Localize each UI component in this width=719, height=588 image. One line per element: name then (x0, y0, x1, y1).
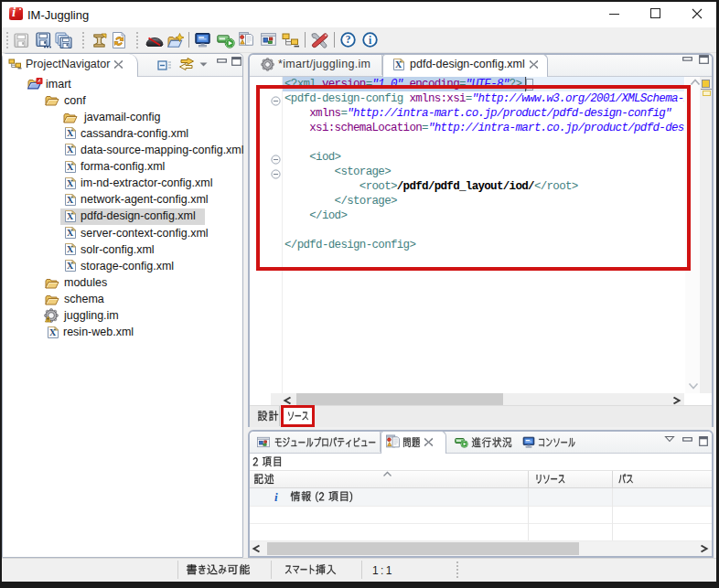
svg-text:X: X (67, 178, 74, 188)
svg-text:X: X (67, 244, 74, 254)
svg-text:X: X (67, 162, 74, 172)
svg-text:X: X (67, 128, 74, 138)
svg-text:X: X (67, 261, 74, 271)
svg-text:X: X (67, 228, 74, 238)
svg-text:X: X (67, 144, 74, 155)
svg-text:X: X (67, 211, 74, 221)
svg-text:X: X (67, 195, 74, 205)
svg-text:X: X (49, 327, 57, 337)
svg-text:?: ? (346, 34, 351, 45)
svg-text:X: X (395, 59, 402, 69)
